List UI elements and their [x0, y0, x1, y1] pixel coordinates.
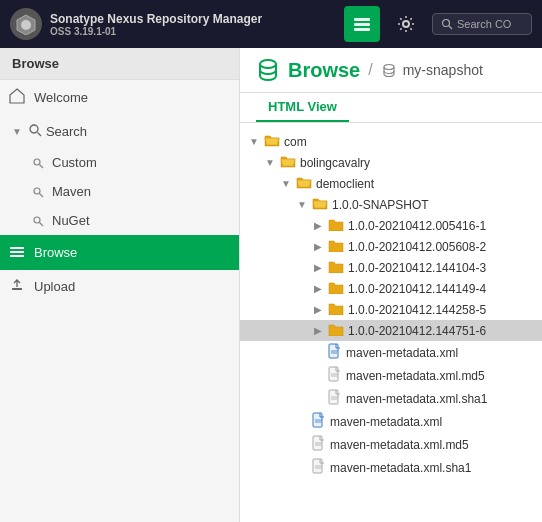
svg-point-13 — [34, 188, 40, 194]
sidebar-item-nuget[interactable]: NuGet — [0, 206, 239, 235]
expand-icon: ▶ — [312, 241, 324, 252]
svg-rect-3 — [354, 23, 370, 26]
svg-line-12 — [40, 164, 44, 168]
app-version: OSS 3.19.1-01 — [50, 26, 262, 37]
settings-nav-button[interactable] — [388, 6, 424, 42]
tree-node-v3[interactable]: ▶ 1.0.0-20210412.144104-3 — [240, 257, 542, 278]
sidebar-header: Browse — [0, 48, 239, 80]
topbar-icons: Search CO — [344, 6, 532, 42]
folder-open-icon-3 — [296, 175, 312, 192]
content-area: Browse / my-snapshot HTML View ▼ — [240, 48, 542, 522]
page-title: Browse — [256, 58, 360, 82]
browse-icon — [8, 243, 26, 262]
folder-open-icon-2 — [280, 154, 296, 171]
expand-icon: ▶ — [312, 325, 324, 336]
file-txt-icon-2 — [328, 389, 342, 408]
tree-node-com[interactable]: ▼ com — [240, 131, 542, 152]
topbar: Sonatype Nexus Repository Manager OSS 3.… — [0, 0, 542, 48]
tree-node-v5[interactable]: ▶ 1.0.0-20210412.144258-5 — [240, 299, 542, 320]
node-label-v3: 1.0.0-20210412.144104-3 — [348, 261, 486, 275]
logo-icon — [10, 8, 42, 40]
svg-line-16 — [40, 222, 44, 226]
svg-point-1 — [21, 20, 31, 30]
tree-node-democlient[interactable]: ▼ democlient — [240, 173, 542, 194]
svg-line-10 — [37, 133, 41, 137]
tree-node-v1[interactable]: ▶ 1.0.0-20210412.005416-1 — [240, 215, 542, 236]
folder-pkg-icon-1 — [328, 217, 344, 234]
expand-icon: ▶ — [312, 262, 324, 273]
folder-pkg-icon-5 — [328, 301, 344, 318]
browse-nav-button[interactable] — [344, 6, 380, 42]
node-label-meta1sha1: maven-metadata.xml.sha1 — [346, 392, 487, 406]
svg-rect-20 — [12, 288, 22, 290]
tree-node-v2[interactable]: ▶ 1.0.0-20210412.005608-2 — [240, 236, 542, 257]
sidebar-item-upload[interactable]: Upload — [0, 270, 239, 303]
global-search-bar[interactable]: Search CO — [432, 13, 532, 35]
node-label-v2: 1.0.0-20210412.005608-2 — [348, 240, 486, 254]
tree-node-meta1[interactable]: ▶ maven-metadata.xml — [240, 341, 542, 364]
node-label-meta1md5: maven-metadata.xml.md5 — [346, 369, 485, 383]
sidebar-item-search[interactable]: ▼ Search — [0, 115, 239, 148]
folder-open-icon — [264, 133, 280, 150]
svg-rect-2 — [354, 18, 370, 21]
content-header: Browse / my-snapshot — [240, 48, 542, 93]
svg-point-11 — [34, 159, 40, 165]
sidebar-browse-label: Browse — [34, 245, 77, 260]
svg-rect-17 — [10, 247, 24, 249]
file-xml-icon-1 — [328, 343, 342, 362]
sidebar-upload-label: Upload — [34, 279, 75, 294]
svg-point-9 — [30, 125, 38, 133]
search-icon — [28, 123, 42, 140]
svg-marker-8 — [10, 89, 24, 103]
sidebar-item-browse[interactable]: Browse — [0, 235, 239, 270]
tree-node-bolingcavalry[interactable]: ▼ bolingcavalry — [240, 152, 542, 173]
welcome-icon — [8, 88, 26, 107]
breadcrumb-text: my-snapshot — [403, 62, 483, 78]
svg-rect-18 — [10, 251, 24, 253]
node-label-meta1: maven-metadata.xml — [346, 346, 458, 360]
node-label-v4: 1.0.0-20210412.144149-4 — [348, 282, 486, 296]
search-collapse-icon: ▼ — [12, 126, 22, 137]
folder-pkg-icon-3 — [328, 259, 344, 276]
upload-icon — [8, 278, 26, 295]
folder-open-icon-4 — [312, 196, 328, 213]
svg-rect-19 — [10, 255, 24, 257]
expand-icon: ▶ — [312, 220, 324, 231]
node-label-v6: 1.0.0-20210412.144751-6 — [348, 324, 486, 338]
sidebar-maven-label: Maven — [52, 184, 91, 199]
tree-node-meta2md5[interactable]: ▶ maven-metadata.xml.md5 — [240, 433, 542, 456]
node-label-meta2: maven-metadata.xml — [330, 415, 442, 429]
sidebar-nuget-label: NuGet — [52, 213, 90, 228]
browse-title-text: Browse — [288, 59, 360, 82]
file-txt-icon-1 — [328, 366, 342, 385]
svg-line-7 — [449, 26, 452, 29]
sidebar-item-maven[interactable]: Maven — [0, 177, 239, 206]
expand-icon: ▶ — [312, 304, 324, 315]
tree-node-meta1md5[interactable]: ▶ maven-metadata.xml.md5 — [240, 364, 542, 387]
tree-node-meta1sha1[interactable]: ▶ maven-metadata.xml.sha1 — [240, 387, 542, 410]
sidebar: Browse Welcome ▼ Search — [0, 48, 240, 522]
tree-node-v6[interactable]: ▶ 1.0.0-20210412.144751-6 — [240, 320, 542, 341]
tree-node-snapshot[interactable]: ▼ 1.0.0-SNAPSHOT — [240, 194, 542, 215]
app-title: Sonatype Nexus Repository Manager OSS 3.… — [50, 12, 262, 37]
svg-point-21 — [260, 60, 276, 68]
tab-html-view[interactable]: HTML View — [256, 93, 349, 122]
expand-icon: ▶ — [312, 283, 324, 294]
search-children: Custom Maven NuGet — [0, 148, 239, 235]
tree-node-meta2sha1[interactable]: ▶ maven-metadata.xml.sha1 — [240, 456, 542, 479]
breadcrumb-separator: / — [368, 61, 372, 79]
svg-point-5 — [403, 21, 409, 27]
main-layout: Browse Welcome ▼ Search — [0, 48, 542, 522]
folder-pkg-icon-4 — [328, 280, 344, 297]
tree-node-meta2[interactable]: ▶ maven-metadata.xml — [240, 410, 542, 433]
folder-pkg-icon-2 — [328, 238, 344, 255]
node-label-v1: 1.0.0-20210412.005416-1 — [348, 219, 486, 233]
search-placeholder: Search CO — [457, 18, 511, 30]
file-xml-icon-2 — [312, 412, 326, 431]
tree-node-v4[interactable]: ▶ 1.0.0-20210412.144149-4 — [240, 278, 542, 299]
sidebar-item-custom[interactable]: Custom — [0, 148, 239, 177]
node-label-democlient: democlient — [316, 177, 374, 191]
breadcrumb-item: my-snapshot — [381, 62, 483, 78]
node-label-v5: 1.0.0-20210412.144258-5 — [348, 303, 486, 317]
sidebar-item-welcome[interactable]: Welcome — [0, 80, 239, 115]
